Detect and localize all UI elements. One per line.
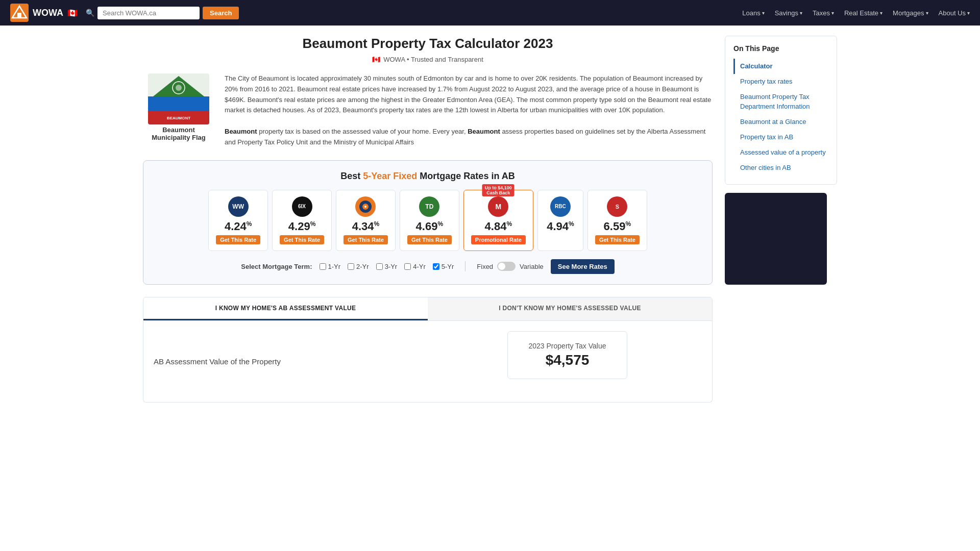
rate-value-4: 4.69% (407, 220, 452, 233)
search-button[interactable]: Search (203, 7, 239, 19)
tax-value-box: 2023 Property Tax Value $4,575 (507, 331, 627, 379)
promo-rate-btn-5[interactable]: Promotional Rate (471, 235, 526, 244)
term-4yr[interactable]: 4-Yr (404, 263, 426, 270)
intro-mid-text: property tax is based on the assessed va… (259, 128, 468, 135)
intro-para1: The City of Beaumont is located approxim… (225, 73, 713, 116)
logo-text: WOWA (33, 8, 63, 18)
rate-logo-7: S (607, 196, 627, 217)
fixed-label: Fixed (477, 263, 493, 270)
calc-right-panel: 2023 Property Tax Value $4,575 (433, 331, 702, 392)
fixed-variable-toggle: Fixed Variable (477, 262, 544, 271)
calc-tab-1[interactable]: I KNOW MY HOME'S AB ASSESSMENT VALUE (143, 297, 428, 320)
rate-card-6: RBC 4.94% (537, 190, 583, 251)
svg-text:BEAUMONT: BEAUMONT (167, 116, 190, 120)
sidebar-item-other-cities[interactable]: Other cities in AB (733, 160, 828, 176)
logo[interactable]: WOWA 🇨🇦 (10, 4, 78, 22)
rate-logo-1: WW (228, 196, 249, 217)
term-selector-label: Select Mortgage Term: (241, 263, 312, 270)
get-rate-btn-3[interactable]: Get This Rate (344, 235, 388, 244)
bold-beaumont-2: Beaumont (468, 128, 500, 135)
rate-card-4: TD 4.69% Get This Rate (400, 190, 459, 251)
rate-logo-2: 6IX (292, 196, 312, 217)
tax-value-amount: $4,575 (528, 352, 606, 368)
main-content: Beaumont Property Tax Calculator 2023 🇨🇦… (143, 36, 713, 403)
mortgage-title-suffix: Mortgage Rates in AB (420, 171, 514, 181)
mortgage-box: Best 5-Year Fixed Mortgage Rates in AB W… (143, 160, 713, 285)
sidebar-item-assessed-value[interactable]: Assessed value of a property (733, 145, 828, 160)
rate-card-3: 4.34% Get This Rate (336, 190, 396, 251)
nav-savings[interactable]: Savings ▾ (775, 9, 802, 17)
variable-label: Variable (520, 263, 544, 270)
search-input[interactable] (97, 7, 200, 19)
rate-card-5: Up to $4,100Cash Back M 4.84% Promotiona… (463, 190, 533, 251)
navigation: WOWA 🇨🇦 🔍 Search Loans ▾ Savings ▾ Taxes… (0, 0, 980, 26)
nav-mortgages[interactable]: Mortgages ▾ (893, 9, 928, 17)
toggle-switch[interactable] (497, 262, 516, 271)
get-rate-btn-1[interactable]: Get This Rate (216, 235, 260, 244)
rates-row: WW 4.24% Get This Rate 6IX 4.29% Get Thi… (154, 190, 702, 251)
search-bar: 🔍 Search (86, 7, 239, 19)
term-5yr[interactable]: 5-Yr (433, 263, 454, 270)
cashback-badge: Up to $4,100Cash Back (482, 184, 514, 196)
flag-label: BeaumontMunicipality Flag (143, 126, 214, 141)
rate-value-6: 4.94% (545, 220, 576, 233)
term-1yr[interactable]: 1-Yr (320, 263, 341, 270)
get-rate-btn-2[interactable]: Get This Rate (280, 235, 324, 244)
canada-flag-icon: 🇨🇦 (67, 8, 78, 18)
municipality-flag: BEAUMONT BeaumontMunicipality Flag (143, 73, 214, 148)
flag-image: BEAUMONT (148, 73, 209, 124)
get-rate-btn-7[interactable]: Get This Rate (595, 235, 640, 244)
term-selector: Select Mortgage Term: 1-Yr 2-Yr 3-Yr 4-Y… (154, 259, 702, 274)
rate-logo-6: RBC (550, 196, 571, 217)
divider (465, 261, 465, 271)
intro-text: The City of Beaumont is located approxim… (225, 73, 713, 148)
nav-real-estate[interactable]: Real Estate ▾ (844, 9, 883, 17)
rate-logo-5: M (488, 196, 508, 217)
trusted-badge: 🇨🇦 WOWA • Trusted and Transparent (143, 56, 713, 63)
calc-tab-2[interactable]: I DON'T KNOW MY HOME'S ASSESSED VALUE (428, 297, 712, 320)
nav-taxes[interactable]: Taxes ▾ (813, 9, 834, 17)
mortgage-title-prefix: Best (340, 171, 363, 181)
rate-value-1: 4.24% (216, 220, 260, 233)
page-title: Beaumont Property Tax Calculator 2023 (143, 36, 713, 52)
svg-point-13 (364, 206, 366, 208)
calc-left-panel: AB Assessment Value of the Property (154, 331, 423, 392)
nav-loans[interactable]: Loans ▾ (742, 9, 764, 17)
sidebar-item-calculator[interactable]: Calculator (733, 59, 828, 74)
rate-card-1: WW 4.24% Get This Rate (208, 190, 268, 251)
mortgage-title-highlight: 5-Year Fixed (363, 171, 417, 181)
calculator-section: I KNOW MY HOME'S AB ASSESSMENT VALUE I D… (143, 297, 713, 403)
sidebar-item-beaumont-dept[interactable]: Beaumont Property Tax Department Informa… (733, 89, 828, 114)
tax-value-label: 2023 Property Tax Value (528, 342, 606, 350)
intro-section: BEAUMONT BeaumontMunicipality Flag The C… (143, 73, 713, 148)
term-3yr[interactable]: 3-Yr (376, 263, 398, 270)
term-2yr[interactable]: 2-Yr (348, 263, 369, 270)
rate-value-7: 6.59% (595, 220, 640, 233)
sidebar-advertisement (725, 193, 827, 285)
sidebar-item-beaumont-glance[interactable]: Beaumont at a Glance (733, 114, 828, 130)
mortgage-box-title: Best 5-Year Fixed Mortgage Rates in AB (154, 171, 702, 182)
sidebar-item-property-tax-rates[interactable]: Property tax rates (733, 74, 828, 89)
nav-about-us[interactable]: About Us ▾ (939, 9, 970, 17)
get-rate-btn-4[interactable]: Get This Rate (407, 235, 452, 244)
calc-content: AB Assessment Value of the Property 2023… (143, 321, 713, 403)
nav-links: Loans ▾ Savings ▾ Taxes ▾ Real Estate ▾ … (742, 9, 970, 17)
rate-logo-3 (355, 196, 376, 217)
on-this-page-title: On This Page (733, 44, 828, 53)
svg-point-10 (176, 85, 182, 91)
intro-para2: Beaumont property tax is based on the as… (225, 127, 713, 148)
see-more-rates-button[interactable]: See More Rates (551, 259, 615, 274)
calc-tabs: I KNOW MY HOME'S AB ASSESSMENT VALUE I D… (143, 297, 713, 321)
wowa-logo-icon (10, 4, 29, 22)
rate-value-5: 4.84% (471, 220, 526, 233)
svg-rect-2 (17, 13, 21, 18)
trusted-text: WOWA • Trusted and Transparent (383, 56, 483, 63)
sidebar-item-property-tax-ab[interactable]: Property tax in AB (733, 130, 828, 145)
rate-value-2: 4.29% (280, 220, 324, 233)
search-icon: 🔍 (86, 9, 94, 17)
assessment-value-label: AB Assessment Value of the Property (154, 357, 281, 366)
toggle-knob (498, 263, 505, 270)
svg-rect-6 (148, 96, 209, 111)
sidebar: On This Page Calculator Property tax rat… (725, 36, 837, 403)
rate-value-3: 4.34% (344, 220, 388, 233)
